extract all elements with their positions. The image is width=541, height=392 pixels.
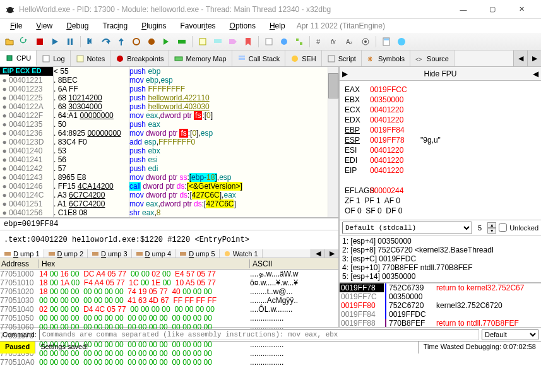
stack-row[interactable]: 0019FF7C00350000 <box>340 292 541 301</box>
stack-row[interactable]: 0019FF80752C6720kernel32.752C6720 <box>340 301 541 310</box>
graph-icon[interactable] <box>292 35 306 49</box>
minimize-button[interactable]: — <box>449 0 478 19</box>
disassembly-view[interactable]: EIP ECX ED ●00401220< 55push ebp●0040122… <box>0 67 338 218</box>
menu-plugins[interactable]: Plugins <box>135 20 172 32</box>
calc-icon[interactable] <box>379 35 393 49</box>
step-into-icon[interactable] <box>84 35 98 49</box>
dump-col-address[interactable]: Address <box>0 259 39 268</box>
disasm-row[interactable]: ●00401220< 55push ebp <box>0 67 338 76</box>
breakpoint-dot[interactable]: ● <box>0 120 9 129</box>
command-input[interactable] <box>39 329 479 340</box>
find-icon[interactable] <box>262 35 276 49</box>
registers-view[interactable]: EAX0019FFCCEBX00350000ECX00401220EDX0040… <box>340 81 541 220</box>
stop-icon[interactable] <box>33 35 47 49</box>
dump-row[interactable]: 7705102018 00 00 00 00 00 00 00 74 19 05… <box>0 287 338 296</box>
dump-tabs-scroll-right[interactable]: ▶ <box>324 249 338 258</box>
stack-row[interactable]: 0019FF88770B8FEFreturn to ntdll.770B8FEF <box>340 319 541 327</box>
disasm-row[interactable]: ●00401242. 57push edi <box>0 164 338 173</box>
tab-log[interactable]: Log <box>37 50 70 66</box>
stack-view[interactable]: 0019FF78752C6739return to kernel32.752C6… <box>340 283 541 327</box>
labels-icon[interactable] <box>226 35 240 49</box>
tab-source[interactable]: <>Source <box>410 50 455 66</box>
breakpoint-dot[interactable]: ● <box>0 208 9 217</box>
breakpoint-dot[interactable]: ● <box>0 182 9 191</box>
fpu-header[interactable]: ▶ Hide FPU ◀ <box>340 67 541 81</box>
disasm-row[interactable]: ●00401223. 6A FFpush FFFFFFFF <box>0 85 338 93</box>
tabs-scroll-left[interactable]: ◀ <box>513 50 527 66</box>
run-icon[interactable] <box>48 35 62 49</box>
fpu-right-icon[interactable]: ◀ <box>533 69 538 78</box>
watch-tab-1[interactable]: Watch 1 <box>220 249 263 258</box>
register-row[interactable]: EBX00350000 <box>345 95 536 105</box>
menu-favourites[interactable]: Favourites <box>174 20 222 32</box>
breakpoint-dot[interactable]: ● <box>0 76 9 85</box>
tab-call-stack[interactable]: Call Stack <box>232 50 286 66</box>
dump-col-ascii[interactable]: ASCII <box>250 259 338 268</box>
breakpoint-dot[interactable]: ● <box>0 199 9 208</box>
tab-breakpoints[interactable]: Breakpoints <box>110 50 169 66</box>
arg-row[interactable]: 1: [esp+4] 00350000 <box>342 237 538 246</box>
register-row[interactable]: EAX0019FFCC <box>345 85 536 95</box>
step-over-icon[interactable] <box>99 35 113 49</box>
disasm-row[interactable]: ●00401235. 50push eax <box>0 120 338 129</box>
args-list[interactable]: 1: [esp+4] 003500002: [esp+8] 752C6720 <… <box>340 235 541 283</box>
disasm-row[interactable]: ●00401240. 53push ebx <box>0 146 338 155</box>
dump-tab-1[interactable]: Dump 1 <box>0 249 44 258</box>
dump-tab-4[interactable]: Dump 4 <box>132 249 176 258</box>
fpu-left-icon[interactable]: ▶ <box>342 69 348 78</box>
disasm-row[interactable]: ●00401259. 25 FF000000and eax,FF <box>0 217 338 218</box>
disasm-row[interactable]: ●00401256. C1E8 08shr eax,8 <box>0 208 338 217</box>
disasm-scrollbar[interactable] <box>328 67 338 217</box>
patches-icon[interactable] <box>196 35 210 49</box>
breakpoint-dot[interactable]: ● <box>0 217 9 218</box>
disasm-row[interactable]: ●00401246. FF15 4CA14200call dword ptr d… <box>0 182 338 191</box>
disasm-row[interactable]: ●00401225. 68 10214200push helloworld.42… <box>0 93 338 102</box>
disasm-row[interactable]: ●00401243. 8965 E8mov dword ptr ss:[ebp-… <box>0 173 338 182</box>
dump-row[interactable]: 770510A000 00 00 00 00 00 00 00 00 00 00… <box>0 358 338 367</box>
arg-row[interactable]: 3: [esp+C] 0019FFDC <box>342 254 538 263</box>
breakpoint-dot[interactable]: ● <box>0 146 9 155</box>
dump-tabs-scroll-left[interactable]: ◀ <box>311 249 324 258</box>
dump-row[interactable]: 7705104002 00 00 00 D4 4C 05 77 00 00 00… <box>0 305 338 314</box>
tab-script[interactable]: Script <box>322 50 362 66</box>
stack-row[interactable]: 0019FF840019FFDC <box>340 310 541 319</box>
maximize-button[interactable]: ▢ <box>478 0 507 19</box>
register-row[interactable]: EDI00401220 <box>345 155 536 165</box>
disasm-row[interactable]: ●0040123D. 83C4 F0add esp,FFFFFFF0 <box>0 138 338 146</box>
unlocked-checkbox[interactable] <box>499 223 507 232</box>
dump-row[interactable]: 7705100014 00 16 00 DC A4 05 77 00 00 02… <box>0 270 338 278</box>
asm-icon[interactable]: Az <box>343 35 357 49</box>
bookmarks-icon[interactable] <box>241 35 255 49</box>
handles-icon[interactable] <box>277 35 291 49</box>
menu-help[interactable]: Help <box>263 20 292 32</box>
disasm-row[interactable]: ●0040122A. 68 30304000push helloworld.40… <box>0 102 338 111</box>
disasm-row[interactable]: ●0040122F. 64:A1 00000000mov eax,dword p… <box>0 111 338 120</box>
disasm-row[interactable]: ●00401221. 8BECmov ebp,esp <box>0 76 338 85</box>
open-icon[interactable] <box>3 35 16 49</box>
breakpoint-dot[interactable]: ● <box>0 138 9 146</box>
dump-row[interactable]: 7705105000 00 00 00 00 00 00 00 00 00 00… <box>0 314 338 323</box>
dump-tab-3[interactable]: Dump 3 <box>88 249 132 258</box>
restart-icon[interactable] <box>18 35 32 49</box>
pause-icon[interactable] <box>63 35 77 49</box>
fx-icon[interactable]: fx <box>328 35 342 49</box>
trace-over-icon[interactable] <box>145 35 158 49</box>
script-icon[interactable]: # <box>313 35 327 49</box>
register-row[interactable]: EBP0019FF84 <box>345 125 536 135</box>
breakpoint-dot[interactable]: ● <box>0 173 9 182</box>
trace-into-icon[interactable] <box>129 35 143 49</box>
menu-debug[interactable]: Debug <box>60 20 95 32</box>
menu-view[interactable]: View <box>30 20 59 32</box>
run-until-icon[interactable] <box>175 35 189 49</box>
close-button[interactable]: ✕ <box>507 0 536 19</box>
arg-row[interactable]: 4: [esp+10] 770B8FEF ntdll.770B8FEF <box>342 263 538 272</box>
breakpoint-dot[interactable]: ● <box>0 129 9 138</box>
breakpoint-dot[interactable]: ● <box>0 191 9 199</box>
breakpoint-dot[interactable]: ● <box>0 155 9 164</box>
dump-col-hex[interactable]: Hex <box>39 259 250 268</box>
breakpoint-dot[interactable]: ● <box>0 164 9 173</box>
disasm-row[interactable]: ●00401241. 56push esi <box>0 155 338 164</box>
tabs-scroll-right[interactable]: ▶ <box>527 50 541 66</box>
register-row[interactable]: EDX00401220 <box>345 115 536 125</box>
calling-convention-select[interactable]: Default (stdcall) <box>342 222 472 234</box>
